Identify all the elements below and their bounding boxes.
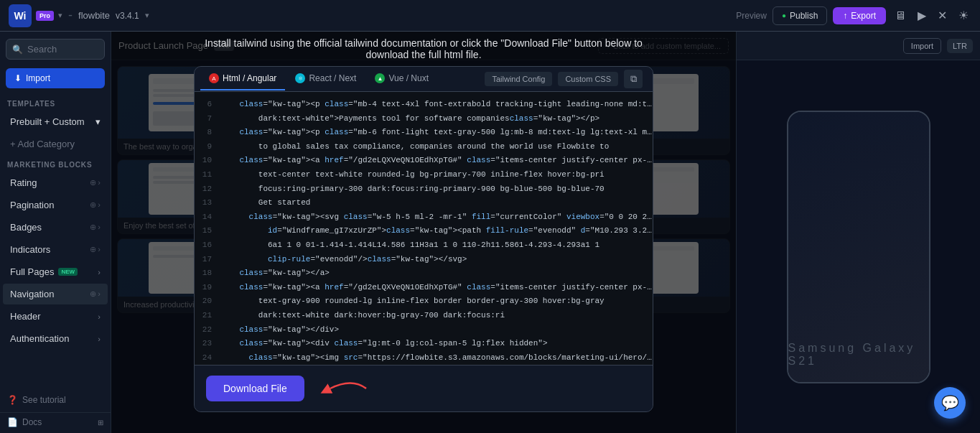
code-line: 8 class="kw-tag"><p class="mb-6 font-lig… [195, 126, 653, 140]
brand-name: flowbite [78, 10, 110, 21]
indicators-actions: ⊕ › [90, 245, 101, 254]
add-category-button[interactable]: + Add Category [3, 134, 108, 154]
header-divider: - [68, 8, 73, 23]
code-line: 12 focus:ring-primary-300 dark:focus:rin… [195, 182, 653, 197]
modal-box: A Html / Angular ⚛ React / Next ▲ Vue / … [194, 66, 653, 412]
question-icon: ❓ [7, 395, 18, 405]
line-content: class="kw-tag"><p class="mb-6 font-light… [220, 126, 653, 139]
line-number: 9 [195, 141, 220, 154]
code-line: 22 class="kw-tag"></div> [195, 323, 653, 337]
auth-chevron: › [98, 335, 101, 343]
arrow-icon [316, 374, 373, 403]
preview-label: Preview [736, 11, 767, 21]
sidebar-item-fullpages[interactable]: Full Pages NEW › [3, 261, 108, 282]
tab-react-next[interactable]: ⚛ React / Next [286, 67, 365, 90]
custom-css-tab[interactable]: Custom CSS [558, 72, 618, 86]
download-file-button[interactable]: Download File [206, 376, 304, 401]
docs-button[interactable]: 📄 Docs ⊞ [0, 412, 111, 432]
code-line: 18 class="kw-tag"></a> [195, 266, 653, 281]
code-line: 16 6a1 1 0 01-1.414-1.414L14.586 11H3a1 … [195, 238, 653, 253]
export-button[interactable]: ↑ Export [833, 7, 886, 24]
play-icon[interactable]: ▶ [915, 6, 929, 25]
sidebar-item-badges[interactable]: Badges ⊕ › [3, 217, 108, 238]
line-number: 22 [195, 324, 220, 337]
sidebar-item-indicators[interactable]: Indicators ⊕ › [3, 239, 108, 260]
phone-screen: Samsung Galaxy S21 [788, 112, 929, 382]
code-line: 13 Get started [195, 196, 653, 210]
line-content: class="kw-tag"><svg class="w-5 h-5 ml-2 … [220, 211, 653, 224]
chat-icon: 💬 [941, 394, 959, 411]
code-line: 6 class="kw-tag"><p class="mb-4 text-4xl… [195, 98, 653, 112]
publish-button[interactable]: ● Publish [773, 6, 827, 25]
chevron-down-icon[interactable]: ▾ [58, 11, 62, 20]
fullpages-chevron: › [98, 268, 101, 276]
chevron-down-icon: ▾ [95, 116, 101, 127]
sidebar-item-header[interactable]: Header › [3, 306, 108, 327]
copy-button[interactable]: ⧉ [624, 70, 643, 88]
code-line: 7 dark:text-white">Payments tool for sof… [195, 112, 653, 126]
docs-arrow: ⊞ [98, 419, 103, 427]
sidebar-item-rating[interactable]: Rating ⊕ › [3, 172, 108, 193]
code-line: 14 class="kw-tag"><svg class="w-5 h-5 ml… [195, 210, 653, 225]
code-line: 24 class="kw-tag"><img src="https://flow… [195, 351, 653, 365]
search-box[interactable]: 🔍 Search [6, 39, 105, 60]
line-number: 6 [195, 98, 220, 111]
line-number: 8 [195, 126, 220, 139]
upload-icon: ↑ [843, 11, 847, 21]
code-line: 15 id="Windframe_gI7xzUrZP">class="kw-ta… [195, 224, 653, 238]
code-line: 10 class="kw-tag"><a href="/gd2eLQXVeQN1… [195, 154, 653, 168]
version-chevron-icon[interactable]: ▾ [145, 11, 149, 20]
right-panel: Import LTR Samsung Galaxy S21 [736, 32, 980, 433]
line-content: dark:text-white dark:hover:bg-gray-700 d… [220, 309, 653, 322]
vue-icon: ▲ [375, 73, 385, 83]
version-badge: v3.4.1 [116, 11, 139, 21]
line-content: class="kw-tag"><a href="/gd2eLQXVeQN1OEd… [220, 281, 653, 294]
tab-html-angular[interactable]: A Html / Angular [200, 67, 285, 90]
code-area[interactable]: 6 class="kw-tag"><p class="mb-4 text-4xl… [195, 92, 653, 365]
sun-icon[interactable]: ☀ [956, 6, 971, 25]
line-number: 19 [195, 281, 220, 294]
line-content: clip-rule="evenodd"/>class="kw-tag"></sv… [220, 253, 653, 266]
badges-actions: ⊕ › [90, 223, 101, 232]
download-area: Download File [195, 365, 653, 411]
modal-top-text: Install tailwind using the official tail… [190, 37, 657, 60]
sidebar-item-authentication[interactable]: Authentication › [3, 328, 108, 349]
pagination-actions: ⊕ › [90, 200, 101, 210]
sidebar-item-navigation[interactable]: Navigation ⊕ › [3, 284, 108, 304]
line-number: 12 [195, 183, 220, 196]
line-number: 13 [195, 197, 220, 210]
code-line: 11 text-center text-white rounded-lg bg-… [195, 168, 653, 182]
line-content: class="kw-tag"><img src="https://flowbit… [220, 352, 653, 365]
sidebar-item-prebuilt[interactable]: Prebuilt + Custom ▾ [3, 111, 108, 132]
ltr-button[interactable]: LTR [947, 39, 973, 53]
line-content: text-center text-white rounded-lg bg-pri… [220, 169, 653, 182]
see-tutorial-link[interactable]: ❓ See tutorial [0, 391, 111, 409]
line-content: Get started [220, 197, 653, 210]
right-import-button[interactable]: Import [903, 38, 941, 54]
main-layout: 🔍 Search ⬇ Import TEMPLATES Prebuilt + C… [0, 32, 980, 433]
center-content: Product Launch Page Pre + Click to add c… [111, 32, 736, 433]
sidebar-item-pagination[interactable]: Pagination ⊕ › [3, 195, 108, 215]
line-number: 23 [195, 337, 220, 350]
angular-icon: A [209, 73, 219, 83]
top-header: Wi Pro ▾ - flowbite v3.4.1 ▾ Preview ● P… [0, 0, 980, 32]
sidebar: 🔍 Search ⬇ Import TEMPLATES Prebuilt + C… [0, 32, 111, 433]
line-content: 6a1 1 0 01-1.414-1.414L14.586 11H3a1 1 0… [220, 239, 653, 252]
monitor-icon[interactable]: 🖥 [892, 6, 909, 25]
header-chevron: › [98, 312, 101, 321]
code-line: 23 class="kw-tag"><div class="lg:mt-0 lg… [195, 337, 653, 351]
close-icon[interactable]: ✕ [935, 6, 950, 25]
chat-bubble[interactable]: 💬 [934, 387, 966, 419]
tab-vue-nuxt[interactable]: ▲ Vue / Nuxt [366, 67, 437, 90]
line-content: class="kw-tag"><p class="mb-4 text-4xl f… [220, 98, 653, 111]
search-icon: 🔍 [12, 45, 23, 55]
line-number: 16 [195, 239, 220, 252]
import-button[interactable]: ⬇ Import [6, 68, 105, 88]
line-number: 24 [195, 352, 220, 365]
pro-badge: Pro [36, 11, 54, 21]
code-line: 19 class="kw-tag"><a href="/gd2eLQXVeQN1… [195, 281, 653, 295]
line-number: 21 [195, 309, 220, 322]
line-content: class="kw-tag"></div> [220, 324, 653, 337]
code-line: 20 text-gray-900 rounded-lg inline-flex … [195, 294, 653, 309]
tailwind-config-tab[interactable]: Tailwind Config [485, 72, 552, 86]
